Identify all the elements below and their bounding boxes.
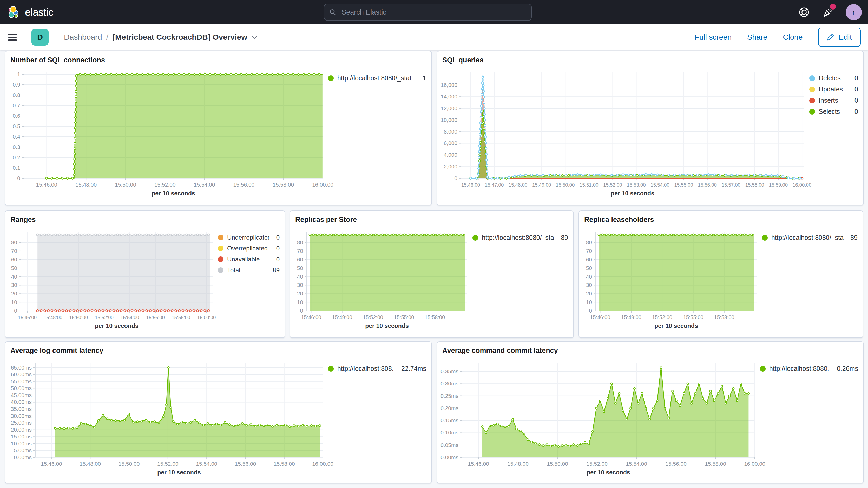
dashboard-title[interactable]: [Metricbeat CockroachDB] Overview [113, 33, 258, 41]
legend-series-label: Total [227, 267, 240, 274]
search-input[interactable] [340, 8, 526, 17]
svg-text:15:46:00: 15:46:00 [41, 461, 62, 467]
legend-item[interactable]: http://localhost:8080/_sta...89 [762, 234, 858, 241]
legend-item[interactable]: Deletes0 [809, 74, 858, 82]
legend-series-value: 0 [851, 97, 858, 104]
log-commit-latency-area-chart: 0.00ms5.00ms10.00ms15.00ms20.00ms25.00ms… [5, 358, 326, 479]
svg-text:70: 70 [586, 248, 592, 254]
svg-text:15:46:00: 15:46:00 [590, 314, 610, 320]
legend-item[interactable]: http://localhost:8080/_stat...1 [328, 74, 426, 82]
svg-text:12,000: 12,000 [441, 105, 457, 111]
newsfeed-button[interactable] [822, 6, 834, 19]
svg-text:15:56:00: 15:56:00 [234, 182, 255, 188]
legend-series-value: 89 [558, 234, 568, 241]
edit-button[interactable]: Edit [818, 28, 861, 47]
svg-text:10.00ms: 10.00ms [11, 440, 32, 447]
svg-text:15:56:00: 15:56:00 [146, 315, 165, 320]
svg-text:2,000: 2,000 [444, 163, 457, 170]
svg-text:40: 40 [297, 274, 303, 280]
chart-legend: http://localhost:8080/_sta...89 [470, 226, 573, 333]
chevron-down-icon[interactable] [251, 34, 258, 40]
svg-text:50: 50 [586, 265, 592, 271]
svg-text:35.00ms: 35.00ms [11, 406, 32, 412]
legend-series-label: http://localhost:808... [337, 365, 395, 372]
svg-text:0.35ms: 0.35ms [440, 368, 458, 374]
elastic-logo[interactable]: elastic [0, 5, 121, 19]
svg-text:15:52:00: 15:52:00 [652, 314, 672, 320]
legend-series-value: 0.26ms [834, 365, 858, 372]
legend-item[interactable]: http://localhost:808...22.74ms [328, 365, 426, 372]
share-button[interactable]: Share [747, 33, 767, 41]
legend-item[interactable]: http://localhost:8080...0.26ms [760, 365, 858, 372]
svg-text:50: 50 [297, 265, 303, 271]
panel-replicas-per-store: Replicas per Store 0102030405060708015:4… [289, 211, 574, 338]
svg-text:15.00ms: 15.00ms [11, 433, 32, 439]
svg-text:0.00ms: 0.00ms [440, 454, 458, 460]
svg-text:50: 50 [11, 265, 17, 271]
user-avatar[interactable]: r [846, 4, 862, 20]
svg-text:15:51:00: 15:51:00 [580, 182, 598, 188]
legend-series-dot-icon [218, 267, 223, 273]
legend-item[interactable]: Updates0 [809, 86, 858, 93]
legend-item[interactable]: Inserts0 [809, 97, 858, 104]
chart-legend: http://localhost:808...22.74ms [326, 358, 431, 479]
legend-item[interactable]: Overreplicated0 [218, 245, 280, 252]
full-screen-button[interactable]: Full screen [695, 33, 732, 41]
svg-text:80: 80 [586, 239, 592, 245]
svg-text:1: 1 [17, 71, 20, 77]
svg-text:15:50:00: 15:50:00 [547, 461, 568, 467]
svg-text:15:58:00: 15:58:00 [745, 182, 764, 188]
svg-text:0: 0 [589, 308, 592, 314]
legend-item[interactable]: Selects0 [809, 108, 858, 115]
svg-text:14,000: 14,000 [441, 94, 457, 99]
svg-text:0.15ms: 0.15ms [440, 417, 458, 423]
svg-text:20: 20 [11, 291, 17, 297]
svg-text:10: 10 [297, 299, 303, 305]
svg-text:30.00ms: 30.00ms [11, 413, 32, 419]
legend-item[interactable]: Unavailable0 [218, 256, 280, 263]
svg-text:15:48:00: 15:48:00 [44, 315, 62, 320]
svg-text:80: 80 [297, 239, 303, 245]
svg-text:0.30ms: 0.30ms [440, 380, 458, 387]
legend-item[interactable]: Total89 [218, 267, 280, 274]
svg-text:10,000: 10,000 [441, 117, 457, 123]
svg-text:60: 60 [11, 256, 17, 263]
legend-series-label: Overreplicated [227, 245, 268, 252]
svg-text:15:56:00: 15:56:00 [698, 182, 717, 188]
command-commit-latency-area-chart: 0.00ms0.05ms0.10ms0.15ms0.20ms0.25ms0.30… [437, 358, 758, 479]
svg-text:50.00ms: 50.00ms [11, 385, 32, 391]
svg-text:20.00ms: 20.00ms [11, 427, 32, 433]
svg-text:0: 0 [14, 308, 17, 314]
svg-text:30: 30 [586, 282, 592, 288]
legend-series-dot-icon [218, 235, 223, 240]
menu-button[interactable] [0, 24, 26, 50]
svg-text:15:48:00: 15:48:00 [507, 461, 529, 467]
legend-series-label: http://localhost:8080... [769, 365, 830, 372]
legend-item[interactable]: Underreplicated0 [218, 234, 280, 241]
legend-item[interactable]: http://localhost:8080/_sta...89 [472, 234, 568, 241]
legend-series-dot-icon [472, 235, 478, 241]
chart-title: Average log commit latency [5, 342, 431, 358]
global-search[interactable] [324, 4, 532, 21]
clone-button[interactable]: Clone [783, 33, 803, 41]
chart-title: Average command commit latency [437, 342, 863, 358]
hamburger-icon [8, 33, 17, 41]
svg-text:15:54:00: 15:54:00 [626, 461, 647, 467]
replicas-area-chart: 0102030405060708015:46:0015:49:0015:52:0… [290, 226, 470, 333]
dashboard-app-badge[interactable]: D [31, 29, 49, 46]
svg-text:40.00ms: 40.00ms [11, 399, 32, 405]
breadcrumb-dashboard-link[interactable]: Dashboard [64, 33, 102, 41]
global-header: elastic [0, 0, 868, 24]
elastic-logo-icon [7, 5, 20, 19]
svg-text:15:50:00: 15:50:00 [119, 461, 140, 467]
help-button[interactable] [798, 6, 810, 19]
legend-series-label: Deletes [818, 74, 841, 82]
legend-series-label: Inserts [818, 97, 838, 104]
panel-replica-leaseholders: Replica leaseholders 0102030405060708015… [579, 211, 863, 338]
svg-text:0.6: 0.6 [13, 113, 20, 119]
panel-ranges: Ranges 0102030405060708015:46:0015:48:00… [5, 211, 285, 338]
legend-series-value: 0 [273, 234, 280, 241]
svg-text:15:46:00: 15:46:00 [461, 182, 480, 188]
svg-text:15:56:00: 15:56:00 [665, 461, 687, 467]
svg-text:per 10 seconds: per 10 seconds [95, 323, 138, 329]
